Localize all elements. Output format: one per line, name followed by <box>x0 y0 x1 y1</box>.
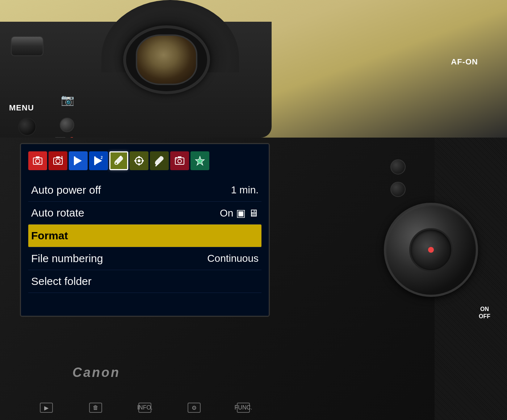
svg-point-4 <box>56 159 60 163</box>
svg-text:2: 2 <box>61 156 63 160</box>
format-label: Format <box>31 230 259 242</box>
off-label: OFF <box>479 313 490 320</box>
tab-shoot2[interactable]: 2 <box>49 151 67 170</box>
tab-custom[interactable]: C <box>170 151 189 170</box>
svg-point-12 <box>115 162 117 164</box>
tab-setup3[interactable] <box>150 151 169 170</box>
brand-label: Canon <box>72 365 120 380</box>
tab-play2[interactable]: 2 <box>89 151 108 170</box>
afon-label: AF-ON <box>451 57 478 67</box>
tab-play1[interactable] <box>69 151 88 170</box>
af-icon: ⚙ <box>188 403 201 413</box>
info-control[interactable]: INFO. <box>138 403 151 413</box>
svg-rect-5 <box>56 156 60 158</box>
menu-item-auto-power-off[interactable]: Auto power off 1 min. <box>28 179 261 202</box>
on-label: ON <box>480 306 489 312</box>
svg-rect-8 <box>74 156 75 165</box>
right-btn-1[interactable] <box>390 159 406 175</box>
select-folder-label: Select folder <box>31 275 259 287</box>
tab-shoot1[interactable] <box>28 151 47 170</box>
menu-items-list: Auto power off 1 min. Auto rotate On ▣ 🖥… <box>28 179 261 308</box>
svg-rect-19 <box>142 160 144 161</box>
menu-item-format[interactable]: Format <box>28 224 261 247</box>
auto-power-off-value: 1 min. <box>231 184 259 196</box>
file-numbering-value: Continuous <box>207 253 259 264</box>
right-button-area <box>390 159 406 197</box>
dial-center-dot <box>428 247 434 253</box>
svg-rect-2 <box>36 156 39 158</box>
menu-item-select-folder[interactable]: Select folder <box>28 270 261 293</box>
top-scroll-wheel[interactable] <box>11 36 43 56</box>
tab-icons-row: 2 2 <box>28 151 261 170</box>
func-label: FUNC. <box>237 403 250 413</box>
tab-setup2[interactable] <box>130 151 148 170</box>
menu-item-file-numbering[interactable]: File numbering Continuous <box>28 247 261 270</box>
lcd-inner: 2 2 <box>21 144 269 316</box>
svg-rect-23 <box>178 156 181 158</box>
menu-item-auto-rotate[interactable]: Auto rotate On ▣ 🖥 <box>28 202 261 224</box>
tab-my-menu[interactable] <box>190 151 209 170</box>
eyepiece-outer <box>123 25 210 94</box>
lcd-screen: 2 2 <box>20 143 270 317</box>
svg-rect-16 <box>138 156 140 158</box>
svg-text:2: 2 <box>101 156 103 160</box>
camera-mode-icon: 📷 <box>61 93 74 106</box>
file-numbering-label: File numbering <box>31 252 207 265</box>
menu-button[interactable] <box>18 118 36 136</box>
svg-point-15 <box>138 159 141 162</box>
main-control-dial[interactable] <box>384 203 478 297</box>
eyepiece-inner <box>136 34 197 85</box>
power-switch-label: ON OFF <box>479 306 490 320</box>
svg-marker-25 <box>196 156 204 165</box>
play-icon: ▶ <box>40 403 53 413</box>
svg-rect-10 <box>94 156 96 165</box>
tab-setup1[interactable] <box>109 151 128 170</box>
svg-rect-18 <box>134 160 137 161</box>
svg-point-1 <box>35 159 40 163</box>
func-control[interactable]: FUNC. <box>237 403 250 413</box>
play-control[interactable]: ▶ <box>40 403 53 413</box>
trash-icon: 🗑 <box>89 403 102 413</box>
svg-marker-7 <box>75 157 82 164</box>
auto-power-off-label: Auto power off <box>31 184 231 196</box>
svg-point-22 <box>178 159 181 163</box>
right-btn-2[interactable] <box>390 182 406 197</box>
trash-control[interactable]: 🗑 <box>89 403 102 413</box>
svg-rect-17 <box>138 163 140 165</box>
mode-button[interactable] <box>60 118 74 132</box>
svg-text:C: C <box>175 156 177 160</box>
info-label: INFO. <box>138 403 151 413</box>
menu-label: MENU <box>9 103 34 113</box>
viewfinder-eyepiece <box>123 25 217 98</box>
bottom-controls: ▶ 🗑 INFO. ⚙ FUNC. <box>22 399 268 416</box>
dial-center <box>409 228 453 272</box>
auto-rotate-value: On ▣ 🖥 <box>220 207 259 219</box>
auto-rotate-label: Auto rotate <box>31 207 220 219</box>
camera-body: 📷 ⬛📥 MENU AF-ON <box>0 0 507 420</box>
af-mode-control[interactable]: ⚙ <box>188 403 201 413</box>
